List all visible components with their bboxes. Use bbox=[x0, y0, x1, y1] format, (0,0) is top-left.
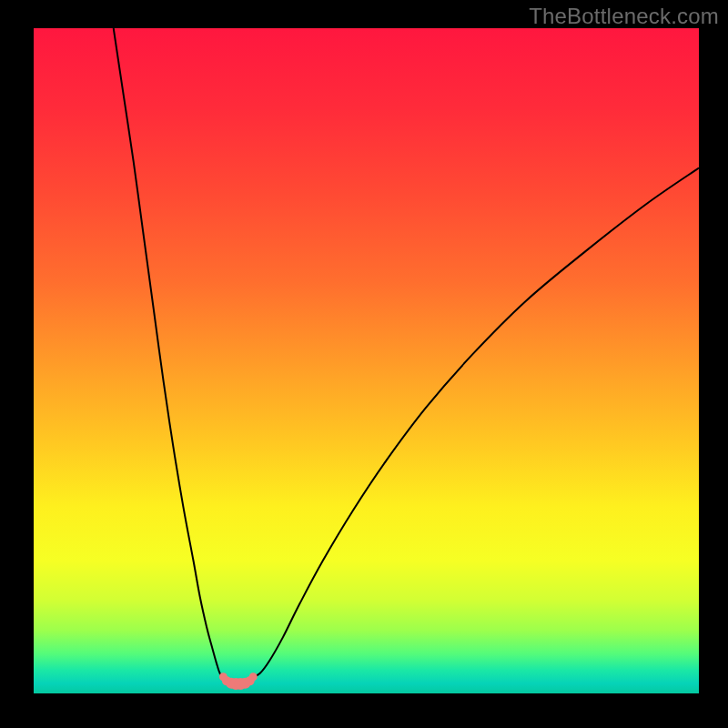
chart-stage: TheBottleneck.com bbox=[0, 0, 728, 728]
plot-area bbox=[34, 28, 699, 693]
marker-dot bbox=[249, 672, 258, 681]
left-curve bbox=[114, 28, 224, 677]
watermark-text: TheBottleneck.com bbox=[529, 4, 719, 29]
curve-layer bbox=[34, 28, 699, 693]
right-curve bbox=[253, 168, 699, 677]
markers-group bbox=[219, 672, 258, 690]
